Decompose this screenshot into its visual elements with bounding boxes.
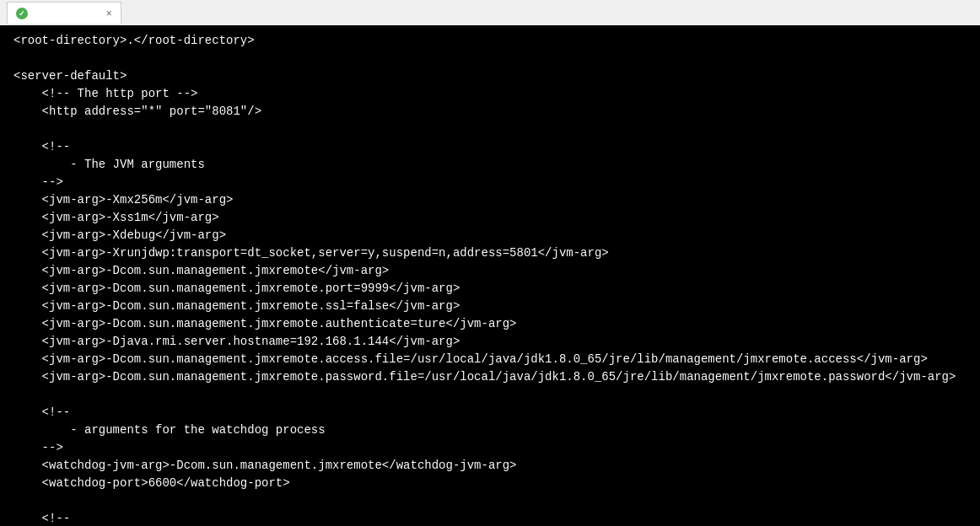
code-line: <http address="*" port="8081"/> [13,103,967,121]
tab[interactable]: 192.168.1.144 × [7,2,121,24]
code-line [13,492,967,510]
code-line: <!-- [13,138,967,156]
code-line: <!-- [13,510,967,526]
code-line: <watchdog-jvm-arg>-Dcom.sun.management.j… [13,457,967,475]
code-line: <jvm-arg>-Dcom.sun.management.jmxremote.… [13,298,967,315]
code-line: <!-- [13,404,967,421]
code-line: <jvm-arg>-Dcom.sun.management.jmxremote.… [13,315,967,333]
code-line: <jvm-arg>-Xss1m</jvm-arg> [13,209,967,227]
code-line: - The JVM arguments [13,156,967,174]
title-bar: 192.168.1.144 × [0,0,980,25]
code-line: <jvm-arg>-Dcom.sun.management.jmxremote.… [13,280,967,298]
code-line: <jvm-arg>-Xdebug</jvm-arg> [13,227,967,244]
code-line: --> [13,174,967,191]
code-line: <jvm-arg>-Dcom.sun.management.jmxremote<… [13,262,967,280]
code-line: <server-default> [13,67,967,85]
code-line [13,50,967,67]
code-line: <jvm-arg>-Dcom.sun.management.jmxremote.… [13,368,967,386]
code-line [13,121,967,138]
code-line: <jvm-arg>-Dcom.sun.management.jmxremote.… [13,351,967,368]
code-line: <jvm-arg>-Djava.rmi.server.hostname=192.… [13,333,967,351]
code-line: <!-- The http port --> [13,85,967,103]
close-icon[interactable]: × [106,8,112,19]
code-line: - arguments for the watchdog process [13,421,967,439]
tab-label: 192.168.1.144 [33,8,98,19]
code-line: <jvm-arg>-Xmx256m</jvm-arg> [13,191,967,209]
code-line: --> [13,439,967,457]
code-line [13,386,967,404]
code-line: <watchdog-port>6600</watchdog-port> [13,475,967,492]
terminal-content: <root-directory>.</root-directory><serve… [0,25,980,526]
connection-icon [16,8,28,19]
code-line: <root-directory>.</root-directory> [13,32,967,50]
code-line: <jvm-arg>-Xrunjdwp:transport=dt_socket,s… [13,244,967,262]
